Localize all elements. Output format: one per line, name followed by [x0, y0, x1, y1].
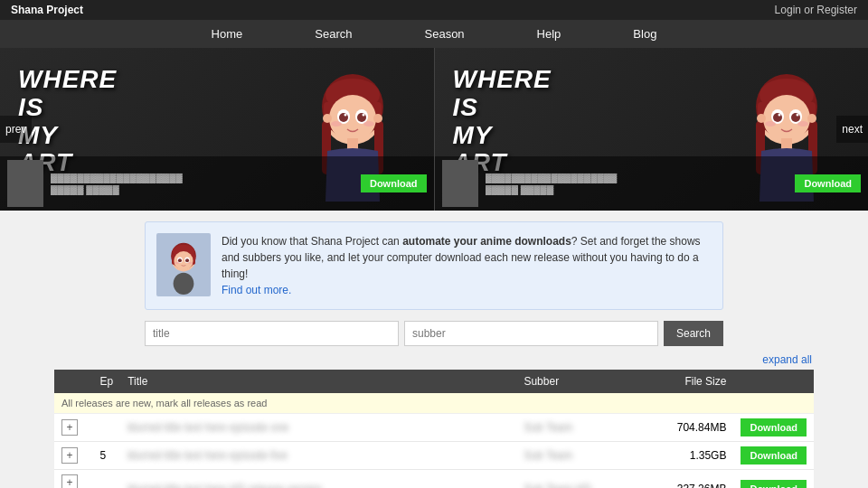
find-out-more-link[interactable]: Find out more.: [222, 284, 291, 296]
banner-info-right: ▓▓▓▓▓▓▓▓▓▓▓▓▓▓▓▓▓▓▓▓ ▓▓▓▓▓ ▓▓▓▓▓: [486, 172, 788, 195]
svg-point-18: [373, 114, 382, 123]
info-box-avatar: [156, 233, 211, 296]
notice-text: All releases are new, mark all releases …: [54, 393, 814, 414]
banner-left: WHEREISMYART: [0, 48, 434, 211]
svg-point-12: [357, 113, 366, 122]
svg-point-31: [773, 113, 782, 122]
banner: prev WHEREISMYART: [0, 48, 868, 211]
expand-row-button[interactable]: +: [61, 447, 78, 464]
expand-all-link[interactable]: expand all: [54, 353, 814, 366]
subber-cell: Sub Team: [516, 414, 652, 442]
svg-point-28: [763, 95, 810, 142]
download-button[interactable]: Download: [741, 480, 807, 488]
info-pre-text: Did you know that Shana Project can: [222, 235, 402, 248]
svg-point-33: [778, 114, 781, 117]
col-header-plus: [54, 370, 92, 393]
search-button[interactable]: Search: [664, 321, 723, 346]
filesize-cell: 1.35GB: [652, 442, 733, 470]
col-header-title: Title: [120, 370, 516, 393]
svg-point-34: [797, 114, 799, 117]
nav-help[interactable]: Help: [501, 20, 598, 48]
svg-point-35: [765, 121, 776, 127]
title-cell: blurred title text here episode five: [120, 442, 516, 470]
download-button[interactable]: Download: [741, 418, 807, 436]
search-bar: Search: [145, 321, 723, 346]
banner-prev-button[interactable]: prev: [0, 116, 32, 143]
filesize-cell: 704.84MB: [652, 414, 733, 442]
banner-download-left[interactable]: Download: [361, 174, 427, 192]
download-button[interactable]: Download: [741, 446, 807, 465]
svg-point-51: [175, 261, 179, 263]
svg-point-36: [797, 121, 808, 127]
col-header-filesize: File Size: [652, 370, 733, 393]
info-box: Did you know that Shana Project can auto…: [145, 221, 723, 310]
svg-point-52: [188, 261, 193, 263]
title-cell: blurred title text here HD release versi…: [120, 470, 516, 489]
nav-season[interactable]: Season: [389, 20, 501, 48]
filesize-cell: 337.26MB: [652, 470, 733, 489]
table-row: +HDblurred title text here HD release ve…: [54, 470, 814, 489]
banner-overlay-right: ▓▓▓▓▓▓▓▓▓▓▓▓▓▓▓▓▓▓▓▓ ▓▓▓▓▓ ▓▓▓▓▓ Downloa…: [435, 156, 869, 211]
svg-point-46: [174, 251, 193, 270]
banner-download-right[interactable]: Download: [795, 174, 861, 192]
title-cell: blurred title text here episode one: [120, 414, 516, 442]
site-title: Shana Project: [11, 4, 83, 16]
svg-point-40: [174, 272, 194, 294]
expand-row-button[interactable]: +: [61, 474, 78, 488]
svg-point-11: [339, 113, 348, 122]
banner-info-text-right: ▓▓▓▓▓▓▓▓▓▓▓▓▓▓▓▓▓▓▓▓ ▓▓▓▓▓ ▓▓▓▓▓: [486, 172, 788, 195]
col-header-subber: Subber: [516, 370, 652, 393]
nav-search[interactable]: Search: [278, 20, 388, 48]
col-header-dl: [733, 370, 814, 393]
svg-point-8: [329, 95, 376, 142]
banner-info-left: ▓▓▓▓▓▓▓▓▓▓▓▓▓▓▓▓▓▓▓▓ ▓▓▓▓▓ ▓▓▓▓▓: [51, 172, 354, 195]
subber-cell: Sub Team: [516, 442, 652, 470]
table-row: +blurred title text here episode oneSub …: [54, 414, 814, 442]
search-subber-input[interactable]: [404, 321, 658, 346]
subber-cell: Sub Team HD: [516, 470, 652, 489]
banner-next-button[interactable]: next: [836, 116, 868, 143]
ep-cell: [92, 414, 120, 442]
svg-point-50: [185, 258, 189, 262]
svg-point-17: [323, 114, 332, 123]
col-header-ep: Ep: [92, 370, 120, 393]
svg-point-13: [344, 114, 346, 117]
top-bar: Shana Project Login or Register: [0, 0, 868, 20]
svg-point-15: [331, 121, 342, 127]
banner-overlay-left: ▓▓▓▓▓▓▓▓▓▓▓▓▓▓▓▓▓▓▓▓ ▓▓▓▓▓ ▓▓▓▓▓ Downloa…: [0, 156, 434, 211]
table-area: expand all Ep Title Subber File Size All…: [54, 353, 814, 488]
ep-cell: [92, 470, 120, 489]
table-row: +5blurred title text here episode fiveSu…: [54, 442, 814, 470]
svg-point-37: [757, 114, 766, 123]
nav-home[interactable]: Home: [175, 20, 279, 48]
info-box-content: Did you know that Shana Project can auto…: [222, 233, 712, 298]
login-register-link[interactable]: Login or Register: [775, 4, 857, 16]
releases-table: Ep Title Subber File Size All releases a…: [54, 370, 814, 488]
table-body: All releases are new, mark all releases …: [54, 393, 814, 488]
svg-point-14: [362, 114, 364, 117]
notice-row: All releases are new, mark all releases …: [54, 393, 814, 414]
ep-cell: 5: [92, 442, 120, 470]
info-bold-text: automate your anime downloads: [402, 235, 571, 248]
nav-blog[interactable]: Blog: [597, 20, 693, 48]
banner-info-text-left: ▓▓▓▓▓▓▓▓▓▓▓▓▓▓▓▓▓▓▓▓ ▓▓▓▓▓ ▓▓▓▓▓: [51, 172, 354, 195]
main-nav: Home Search Season Help Blog: [0, 20, 868, 48]
svg-point-32: [791, 113, 800, 122]
svg-point-49: [178, 258, 182, 262]
table-header-row: Ep Title Subber File Size: [54, 370, 814, 393]
search-title-input[interactable]: [145, 321, 399, 346]
svg-point-38: [807, 114, 816, 123]
svg-point-16: [363, 121, 374, 127]
banner-thumb-right: [442, 160, 478, 207]
banner-thumb-left: [7, 160, 43, 207]
expand-row-button[interactable]: +: [61, 419, 78, 436]
banner-right: WHEREISMYART: [434, 48, 869, 211]
